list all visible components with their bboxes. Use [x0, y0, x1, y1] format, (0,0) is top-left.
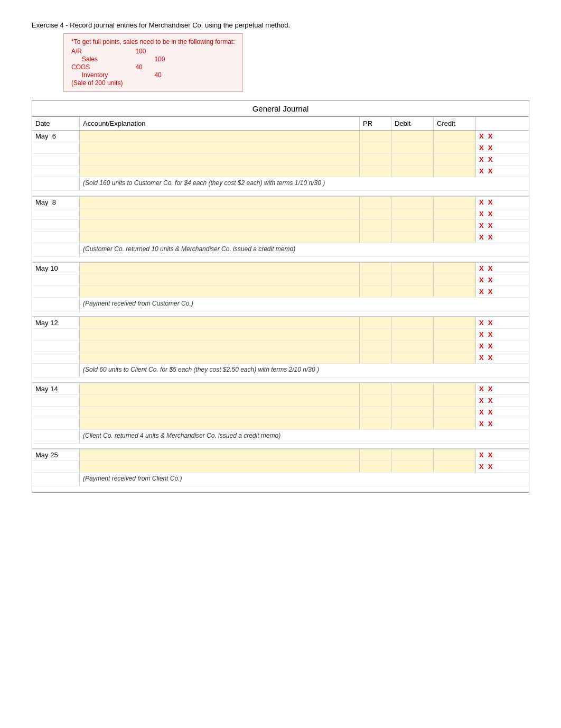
pr-field[interactable] — [360, 208, 391, 219]
pr-field[interactable] — [360, 232, 391, 243]
account-field[interactable] — [80, 208, 360, 219]
x-marks: X X — [476, 208, 508, 219]
account-field[interactable] — [80, 329, 360, 340]
pr-field[interactable] — [360, 383, 391, 394]
credit-field[interactable] — [434, 317, 476, 328]
pr-field[interactable] — [360, 407, 391, 418]
credit-field[interactable] — [434, 395, 476, 406]
pr-field[interactable] — [360, 197, 391, 208]
account-field[interactable] — [80, 407, 360, 418]
pr-field[interactable] — [360, 317, 391, 328]
credit-field[interactable] — [434, 449, 476, 460]
debit-field[interactable] — [391, 407, 434, 418]
debit-field[interactable] — [391, 418, 434, 429]
debit-field[interactable] — [391, 395, 434, 406]
account-field[interactable] — [80, 165, 360, 177]
debit-field[interactable] — [391, 317, 434, 328]
credit-field[interactable] — [434, 208, 476, 219]
debit-field[interactable] — [391, 340, 434, 352]
debit-field[interactable] — [391, 208, 434, 219]
header-account: Account/Explanation — [80, 117, 360, 130]
section-may8: May 8 X X X X — [32, 197, 529, 263]
pr-field[interactable] — [360, 154, 391, 165]
explanation-row: (Payment received from Client Co.) — [32, 473, 529, 486]
account-field[interactable] — [80, 220, 360, 231]
pr-field[interactable] — [360, 329, 391, 340]
credit-field[interactable] — [434, 340, 476, 352]
pr-field[interactable] — [360, 165, 391, 177]
credit-field[interactable] — [434, 274, 476, 285]
date-empty — [32, 220, 80, 231]
pr-field[interactable] — [360, 352, 391, 363]
x-marks: X X — [476, 340, 508, 352]
pr-field[interactable] — [360, 449, 391, 460]
account-field[interactable] — [80, 232, 360, 243]
pr-field[interactable] — [360, 286, 391, 297]
account-field[interactable] — [80, 418, 360, 429]
credit-field[interactable] — [434, 329, 476, 340]
credit-field[interactable] — [434, 220, 476, 231]
account-field[interactable] — [80, 395, 360, 406]
pr-field[interactable] — [360, 340, 391, 352]
account-field[interactable] — [80, 461, 360, 472]
account-field[interactable] — [80, 142, 360, 153]
credit-field[interactable] — [434, 232, 476, 243]
debit-field[interactable] — [391, 383, 434, 394]
credit-field[interactable] — [434, 197, 476, 208]
debit-field[interactable] — [391, 197, 434, 208]
date-empty — [32, 418, 80, 429]
debit-field[interactable] — [391, 232, 434, 243]
credit-field[interactable] — [434, 383, 476, 394]
account-field[interactable] — [80, 131, 360, 142]
account-field[interactable] — [80, 383, 360, 394]
debit-field[interactable] — [391, 274, 434, 285]
x-marks: X X — [476, 286, 508, 297]
debit-field[interactable] — [391, 286, 434, 297]
pr-field[interactable] — [360, 395, 391, 406]
account-field[interactable] — [80, 449, 360, 460]
account-field[interactable] — [80, 197, 360, 208]
date-empty — [32, 232, 80, 243]
credit-field[interactable] — [434, 286, 476, 297]
x-marks: X X — [476, 407, 508, 418]
x-marks: X X — [476, 165, 508, 177]
pr-field[interactable] — [360, 220, 391, 231]
format-table: A/R 100 Sales 100 COGS 40 Inventory 40 (… — [71, 48, 169, 87]
pr-field[interactable] — [360, 274, 391, 285]
account-field[interactable] — [80, 352, 360, 363]
pr-field[interactable] — [360, 131, 391, 142]
debit-field[interactable] — [391, 461, 434, 472]
account-field[interactable] — [80, 154, 360, 165]
pr-field[interactable] — [360, 263, 391, 274]
debit-field[interactable] — [391, 131, 434, 142]
pr-field[interactable] — [360, 142, 391, 153]
credit-field[interactable] — [434, 418, 476, 429]
credit-field[interactable] — [434, 154, 476, 165]
pr-field[interactable] — [360, 418, 391, 429]
account-field[interactable] — [80, 317, 360, 328]
debit-field[interactable] — [391, 142, 434, 153]
debit-field[interactable] — [391, 329, 434, 340]
debit-field[interactable] — [391, 165, 434, 177]
debit-field[interactable] — [391, 220, 434, 231]
account-field[interactable] — [80, 263, 360, 274]
credit-field[interactable] — [434, 263, 476, 274]
account-field[interactable] — [80, 340, 360, 352]
debit-field[interactable] — [391, 449, 434, 460]
x-marks: X X — [476, 395, 508, 406]
credit-field[interactable] — [434, 131, 476, 142]
debit-field[interactable] — [391, 352, 434, 363]
credit-field[interactable] — [434, 352, 476, 363]
account-field[interactable] — [80, 286, 360, 297]
date-empty — [32, 461, 80, 472]
section-may12: May 12 X X X X — [32, 317, 529, 383]
debit-field[interactable] — [391, 263, 434, 274]
credit-field[interactable] — [434, 165, 476, 177]
date-empty — [32, 165, 80, 177]
pr-field[interactable] — [360, 461, 391, 472]
credit-field[interactable] — [434, 461, 476, 472]
credit-field[interactable] — [434, 407, 476, 418]
debit-field[interactable] — [391, 154, 434, 165]
credit-field[interactable] — [434, 142, 476, 153]
account-field[interactable] — [80, 274, 360, 285]
